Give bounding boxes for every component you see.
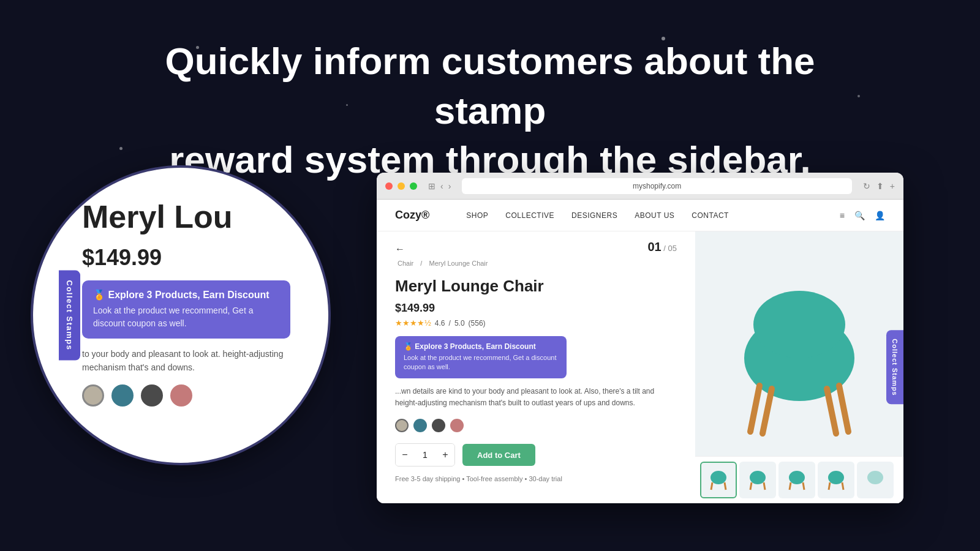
svg-point-9 [750, 471, 766, 484]
nav-about[interactable]: ABOUT US [635, 211, 674, 220]
browser-action-icons: ↻ ⬆ + [863, 181, 895, 191]
svg-line-8 [725, 482, 726, 490]
site-nav: Cozy® SHOP COLLECTIVE DESIGNERS ABOUT US… [377, 200, 903, 231]
rating-max: 5.0 [454, 319, 465, 328]
nav-contact[interactable]: CONTACT [692, 211, 729, 220]
rating-separator: / [449, 319, 451, 328]
zoom-desc: to your body and pleasant to look at. he… [82, 347, 304, 375]
nav-right-icons: ≡ 🔍 👤 [840, 211, 885, 220]
forward-icon[interactable]: › [448, 181, 451, 191]
quantity-value: 1 [414, 450, 436, 460]
hero-line1: Quickly inform customers about the stamp [165, 40, 815, 132]
quantity-control: − 1 + [395, 443, 455, 467]
browser-refresh-icon[interactable]: ↻ [863, 181, 870, 191]
browser-share-icon[interactable]: ⬆ [876, 181, 884, 191]
browser-url-bar[interactable]: myshopify.com [462, 178, 851, 194]
svg-point-12 [789, 471, 805, 484]
swatch-pink[interactable] [450, 419, 464, 432]
svg-line-2 [750, 386, 760, 432]
stamp-popup-title-text: Explore 3 Products, Earn Discount [415, 342, 535, 351]
quantity-decrease[interactable]: − [396, 444, 414, 466]
zoom-popup-title: 🏅 Explore 3 Products, Earn Discount [93, 289, 279, 301]
back-icon[interactable]: ‹ [440, 181, 443, 191]
sidebar-icon[interactable]: ⊞ [428, 181, 435, 191]
product-image-area: Collect Stamps [695, 231, 903, 503]
page-total: / 05 [663, 244, 677, 253]
svg-line-14 [803, 482, 804, 490]
rating-value: 4.6 [435, 319, 445, 328]
product-chair-image [720, 288, 879, 447]
browser-minimize-dot[interactable] [398, 182, 405, 190]
breadcrumb-chair[interactable]: Chair [398, 260, 413, 267]
swatch-beige[interactable] [395, 419, 409, 432]
svg-line-11 [764, 482, 765, 490]
color-swatches [395, 419, 677, 432]
svg-line-5 [827, 389, 836, 433]
svg-line-4 [763, 389, 772, 433]
zoom-swatch-3[interactable] [141, 384, 163, 407]
breadcrumb-separator: / [420, 260, 424, 267]
nav-user-icon[interactable]: 👤 [875, 211, 885, 220]
quantity-increase[interactable]: + [436, 444, 454, 466]
svg-line-17 [842, 482, 843, 490]
thumb-2[interactable] [739, 462, 776, 498]
stamp-sidebar-label: Collect Stamps [891, 339, 899, 395]
swatch-teal[interactable] [413, 419, 427, 432]
thumb-3[interactable] [778, 462, 815, 498]
svg-line-13 [790, 482, 791, 490]
swatch-dark[interactable] [432, 419, 445, 432]
shipping-info: Free 3-5 day shipping • Tool-free assemb… [395, 475, 677, 482]
back-arrow[interactable]: ← [395, 244, 677, 255]
nav-designers[interactable]: DESIGNERS [571, 211, 617, 220]
page-current: 01 [647, 240, 661, 253]
stamp-popup: 🏅 Explore 3 Products, Earn Discount Look… [395, 336, 567, 378]
add-to-cart-row: − 1 + Add to Cart [395, 443, 677, 467]
browser-window: ⊞ ‹ › myshopify.com ↻ ⬆ + Cozy® SHOP COL… [377, 173, 903, 503]
thumb-5[interactable] [857, 462, 894, 498]
stamp-popup-text: Look at the product we recommend, Get a … [404, 353, 558, 372]
svg-point-1 [753, 291, 845, 358]
zoom-stamp-label: Collect Stamps [65, 280, 74, 351]
website-content: Cozy® SHOP COLLECTIVE DESIGNERS ABOUT US… [377, 200, 903, 503]
nav-search-icon[interactable]: 🔍 [854, 211, 865, 220]
breadcrumb-product[interactable]: Meryl Lounge Chair [429, 260, 488, 267]
add-to-cart-button[interactable]: Add to Cart [462, 444, 535, 466]
zoom-product-title: Meryl Lou [82, 198, 233, 235]
product-description: ...wn details are kind to your body and … [395, 386, 677, 409]
zoom-swatch-4[interactable] [170, 384, 192, 407]
thumb-4[interactable] [818, 462, 854, 498]
zoom-popup-title-text: Explore 3 Products, Earn Discount [108, 290, 269, 300]
product-title: Meryl Lounge Chair [395, 277, 677, 296]
nav-menu-icon[interactable]: ≡ [840, 211, 845, 220]
svg-point-15 [828, 471, 844, 484]
browser-chrome: ⊞ ‹ › myshopify.com ↻ ⬆ + [377, 173, 903, 200]
browser-maximize-dot[interactable] [410, 182, 417, 190]
nav-shop[interactable]: SHOP [466, 211, 488, 220]
thumbnail-strip [695, 456, 903, 503]
browser-add-icon[interactable]: + [890, 181, 895, 191]
svg-point-18 [867, 471, 883, 484]
stamp-popup-title: 🏅 Explore 3 Products, Earn Discount [404, 342, 558, 351]
stamp-popup-icon: 🏅 [404, 342, 415, 351]
hero-section: Quickly inform customers about the stamp… [0, 37, 980, 185]
zoom-swatch-1[interactable] [82, 384, 104, 407]
page-indicator: 01 / 05 [647, 240, 677, 254]
svg-line-16 [829, 482, 830, 490]
thumb-1[interactable] [700, 462, 737, 498]
review-count: (556) [469, 319, 486, 328]
zoom-swatch-2[interactable] [111, 384, 134, 407]
product-left: 01 / 05 ← Chair / Meryl Lounge Chair Mer… [377, 231, 695, 503]
product-page: 01 / 05 ← Chair / Meryl Lounge Chair Mer… [377, 231, 903, 503]
rating-stars: ★★★★½ [395, 318, 431, 328]
svg-line-3 [839, 386, 848, 432]
zoom-popup-icon: 🏅 [93, 290, 108, 300]
svg-line-7 [711, 482, 712, 490]
zoom-stamp-sidebar[interactable]: Collect Stamps [59, 271, 80, 361]
zoom-color-swatches [82, 384, 192, 407]
browser-close-dot[interactable] [385, 182, 393, 190]
nav-collective[interactable]: COLLECTIVE [505, 211, 554, 220]
stamp-sidebar[interactable]: Collect Stamps [886, 330, 903, 404]
product-rating: ★★★★½ 4.6 / 5.0 (556) [395, 318, 677, 328]
nav-links: SHOP COLLECTIVE DESIGNERS ABOUT US CONTA… [466, 211, 840, 220]
product-price: $149.99 [395, 302, 677, 315]
